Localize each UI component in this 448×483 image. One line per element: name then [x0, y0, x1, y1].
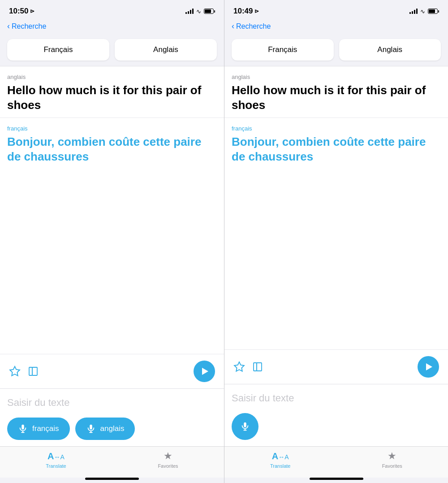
left-translate-tab-icon: A↔A [47, 450, 65, 462]
right-tab-bar: A↔A Translate ★ Favorites [224, 446, 448, 478]
right-back-button[interactable]: ‹ Recherche [232, 22, 441, 31]
right-home-indicator [310, 478, 363, 480]
svg-rect-1 [29, 367, 32, 375]
right-translate-tab-label: Translate [270, 463, 290, 469]
right-action-bar [224, 349, 448, 384]
left-action-bar [0, 354, 224, 388]
left-play-button[interactable] [194, 361, 215, 382]
right-tab-favorites[interactable]: ★ Favorites [336, 450, 448, 469]
right-target-lang-label: français [232, 125, 441, 132]
left-target-lang-label: français [7, 125, 217, 132]
svg-rect-3 [22, 425, 24, 430]
left-mic-anglais-label: anglais [100, 424, 125, 433]
left-mic-francais-icon [18, 424, 28, 434]
right-location-arrow-icon: ⊳ [254, 8, 259, 14]
svg-rect-10 [254, 363, 257, 371]
right-time-text: 10:49 [233, 7, 253, 16]
right-back-label: Recherche [236, 22, 271, 30]
svg-rect-6 [90, 425, 92, 430]
right-wifi-icon: ∿ [420, 8, 425, 15]
right-status-bar: 10:49 ⊳ ∿ [224, 0, 448, 20]
left-anglais-button[interactable]: Anglais [115, 39, 217, 61]
right-signal-icon [409, 9, 418, 14]
left-wifi-icon: ∿ [196, 8, 201, 15]
right-input-placeholder: Saisir du texte [232, 392, 441, 404]
right-book-button[interactable] [252, 361, 263, 372]
left-time-text: 10:50 [9, 7, 28, 16]
right-status-time: 10:49 ⊳ [233, 7, 259, 16]
svg-rect-12 [244, 422, 246, 427]
left-translation-area: anglais Hello how much is it for this pa… [0, 66, 224, 354]
left-bottom-spacer [0, 478, 224, 483]
left-mic-buttons: français anglais [7, 418, 217, 440]
right-translate-tab-icon: A↔A [272, 450, 289, 462]
right-target-text: Bonjour, combien coûte cette paire de ch… [232, 135, 441, 164]
left-play-icon [202, 368, 208, 375]
right-back-chevron-icon: ‹ [232, 22, 234, 31]
left-nav-bar: ‹ Recherche [0, 20, 224, 35]
left-target-section: français Bonjour, combien coûte cette pa… [0, 118, 224, 169]
left-battery-icon [204, 9, 215, 14]
right-translation-area: anglais Hello how much is it for this pa… [224, 66, 448, 349]
right-mic-icon [240, 422, 250, 431]
right-play-button[interactable] [418, 356, 439, 378]
left-source-lang-label: anglais [7, 74, 217, 80]
right-mic-buttons [232, 413, 441, 440]
left-mic-francais-button[interactable]: français [7, 418, 70, 440]
right-anglais-button[interactable]: Anglais [339, 39, 441, 61]
right-book-icon [252, 361, 263, 372]
left-source-text: Hello how much is it for this pair of sh… [7, 83, 217, 112]
right-lang-selector: Français Anglais [224, 35, 448, 66]
left-mic-anglais-button[interactable]: anglais [75, 418, 135, 440]
left-signal-icon [185, 9, 194, 14]
left-tab-bar: A↔A Translate ★ Favorites [0, 446, 224, 478]
right-battery-icon [428, 9, 439, 14]
right-star-icon [233, 361, 245, 373]
svg-marker-0 [10, 366, 20, 376]
right-favorites-tab-label: Favorites [382, 463, 402, 469]
right-bottom-spacer [224, 478, 448, 483]
left-book-button[interactable] [28, 366, 39, 377]
left-back-label: Recherche [12, 22, 46, 30]
right-mic-single-button[interactable] [232, 413, 258, 440]
left-status-icons: ∿ [185, 8, 215, 15]
left-back-button[interactable]: ‹ Recherche [7, 22, 217, 31]
left-status-time: 10:50 ⊳ [9, 7, 34, 16]
left-tab-translate[interactable]: A↔A Translate [0, 450, 112, 469]
left-phone-panel: 10:50 ⊳ ∿ ‹ Recherche Français Anglais [0, 0, 224, 483]
right-francais-button[interactable]: Français [232, 39, 334, 61]
right-star-button[interactable] [233, 361, 245, 373]
left-input-area[interactable]: Saisir du texte français anglais [0, 388, 224, 446]
left-status-bar: 10:50 ⊳ ∿ [0, 0, 224, 20]
left-lang-selector: Français Anglais [0, 35, 224, 66]
left-home-indicator [85, 478, 139, 480]
left-input-placeholder: Saisir du texte [7, 397, 217, 409]
left-action-icons [9, 366, 186, 377]
left-star-button[interactable] [9, 366, 21, 377]
left-tab-favorites[interactable]: ★ Favorites [112, 450, 224, 469]
left-location-arrow-icon: ⊳ [30, 8, 34, 14]
left-favorites-tab-label: Favorites [158, 463, 178, 469]
left-francais-button[interactable]: Français [7, 39, 109, 61]
right-play-icon [426, 363, 432, 370]
left-target-text: Bonjour, combien coûte cette paire de ch… [7, 135, 217, 164]
svg-rect-2 [32, 367, 37, 375]
left-back-chevron-icon: ‹ [7, 22, 10, 31]
right-tab-translate[interactable]: A↔A Translate [224, 450, 336, 469]
right-phone-panel: 10:49 ⊳ ∿ ‹ Recherche Français Anglais [224, 0, 448, 483]
left-mic-francais-label: français [32, 424, 59, 433]
right-source-section: anglais Hello how much is it for this pa… [224, 66, 448, 118]
right-status-icons: ∿ [409, 8, 439, 15]
svg-marker-9 [234, 362, 244, 371]
left-source-section: anglais Hello how much is it for this pa… [0, 66, 224, 118]
left-favorites-tab-icon: ★ [164, 450, 172, 462]
svg-rect-11 [257, 363, 262, 371]
right-input-area[interactable]: Saisir du texte [224, 384, 448, 446]
left-mic-anglais-icon [86, 424, 96, 434]
right-source-lang-label: anglais [232, 74, 441, 80]
right-action-icons [233, 361, 410, 373]
right-source-text: Hello how much is it for this pair of sh… [232, 83, 441, 112]
right-favorites-tab-icon: ★ [388, 450, 396, 462]
left-translate-tab-label: Translate [46, 463, 66, 469]
right-nav-bar: ‹ Recherche [224, 20, 448, 35]
